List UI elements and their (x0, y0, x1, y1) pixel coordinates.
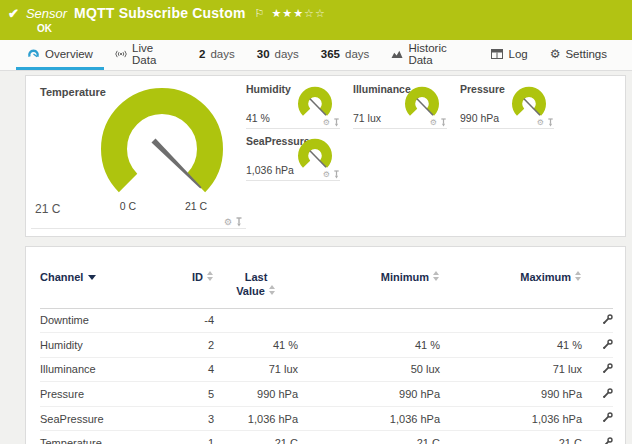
last-value: 990 hPa (214, 382, 298, 407)
stars-empty[interactable]: ☆☆ (304, 7, 326, 19)
pin-icon[interactable] (333, 170, 340, 179)
tab-bar: Overview Live Data 2 days 30 days 365 da… (0, 40, 632, 71)
channel-settings-button[interactable] (602, 314, 613, 327)
temperature-dial (92, 85, 232, 197)
column-header-last-value[interactable]: LastValue (214, 271, 298, 308)
tab-2-days[interactable]: 2 days (188, 40, 246, 70)
minimum-value: 21 C (298, 431, 440, 444)
table-row[interactable]: Illuminance 4 71 lux 50 lux 71 lux (40, 357, 613, 382)
table-row[interactable]: Downtime -4 (40, 308, 613, 333)
broadcast-icon (115, 49, 127, 59)
sort-icon[interactable] (575, 271, 582, 281)
column-label: Minimum (381, 271, 429, 283)
priority-stars[interactable]: ★★★☆☆ (271, 7, 325, 20)
last-value: 71 lux (214, 357, 298, 382)
wrench-icon (602, 437, 613, 444)
gauge-settings-icon[interactable]: ⚙ (323, 119, 330, 127)
gauge-value: 990 hPa (460, 112, 499, 124)
sort-icon[interactable] (269, 285, 276, 295)
gauge-settings-icon[interactable]: ⚙ (224, 218, 232, 227)
tab-unit: days (210, 48, 234, 60)
tab-label: Log (508, 48, 527, 60)
sensor-title: MQTT Subscribe Custom (74, 5, 245, 21)
gauge-settings-icon[interactable]: ⚙ (537, 119, 544, 127)
sort-icon[interactable] (433, 271, 440, 281)
channel-settings-button[interactable] (602, 363, 613, 376)
last-value: 41 % (214, 333, 298, 358)
column-label: Maximum (520, 271, 571, 283)
channel-id: 2 (168, 333, 214, 358)
sensor-kind-label: Sensor (26, 6, 67, 21)
sensor-header: ✔ Sensor MQTT Subscribe Custom ⚐ ★★★☆☆ O… (0, 0, 632, 40)
channels-table: Channel ID LastValue Minimum Maximum Dow… (40, 271, 613, 444)
pin-icon[interactable] (235, 217, 243, 227)
chevron-down-icon (88, 275, 96, 280)
channel-id: 3 (168, 406, 214, 431)
channel-id: 4 (168, 357, 214, 382)
tab-overview[interactable]: Overview (16, 40, 104, 70)
seapressure-dial (292, 138, 338, 172)
gauge-pressure: Pressure 990 hPa ⚙ (460, 83, 554, 129)
column-header-minimum[interactable]: Minimum (298, 271, 440, 308)
flag-icon[interactable]: ⚐ (255, 7, 265, 20)
pin-icon[interactable] (333, 118, 340, 127)
channel-settings-button[interactable] (602, 412, 613, 425)
sort-icon[interactable] (207, 271, 214, 281)
channel-name: Downtime (40, 308, 168, 333)
wrench-icon (602, 412, 613, 423)
maximum-value: 990 hPa (440, 382, 582, 407)
gauge-seapressure: SeaPressure 1,036 hPa ⚙ (246, 135, 340, 181)
channel-settings-button[interactable] (602, 339, 613, 352)
channel-id: 5 (168, 382, 214, 407)
tab-unit: days (345, 48, 369, 60)
small-gauges-grid: Humidity 41 % ⚙ Illuminance (246, 83, 554, 181)
table-header-row: Channel ID LastValue Minimum Maximum (40, 271, 613, 308)
gauge-settings-icon[interactable]: ⚙ (323, 171, 330, 179)
tab-live-data[interactable]: Live Data (104, 40, 188, 70)
tab-num: 2 (199, 48, 205, 60)
gauge-settings-icon[interactable]: ⚙ (430, 119, 437, 127)
stars-filled[interactable]: ★★★ (271, 7, 304, 19)
table-row[interactable]: Temperature 1 21 C 21 C 21 C (40, 431, 613, 444)
channel-settings-button[interactable] (602, 388, 613, 401)
channel-id: 1 (168, 431, 214, 444)
tab-num: 30 (257, 48, 270, 60)
minimum-value: 1,036 hPa (298, 406, 440, 431)
sensor-overview-page: ✔ Sensor MQTT Subscribe Custom ⚐ ★★★☆☆ O… (0, 0, 632, 444)
last-value: 1,036 hPa (214, 406, 298, 431)
table-row[interactable]: Pressure 5 990 hPa 990 hPa 990 hPa (40, 382, 613, 407)
channel-settings-button[interactable] (602, 437, 613, 444)
pin-icon[interactable] (547, 118, 554, 127)
gauge-value: 1,036 hPa (246, 164, 294, 176)
column-header-actions (582, 271, 613, 308)
gauge-max-label: 21 C (174, 200, 218, 212)
column-header-maximum[interactable]: Maximum (440, 271, 582, 308)
tab-30-days[interactable]: 30 days (246, 40, 310, 70)
wrench-icon (602, 314, 613, 325)
pressure-dial (506, 86, 552, 120)
gauge-icon (27, 48, 40, 59)
gauges-panel: Temperature 0 C 21 C 21 C ⚙ Humidity (25, 75, 626, 237)
maximum-value: 71 lux (440, 357, 582, 382)
tab-unit: days (275, 48, 299, 60)
gauge-value: 71 lux (353, 112, 381, 124)
minimum-value: 41 % (298, 333, 440, 358)
tab-label: Settings (565, 48, 607, 60)
column-label: Last (245, 271, 268, 283)
channel-name: Illuminance (40, 357, 168, 382)
tab-historic-data[interactable]: Historic Data (380, 40, 480, 70)
tab-log[interactable]: Log (480, 40, 538, 70)
column-label: ID (192, 271, 203, 283)
channel-name: Pressure (40, 382, 168, 407)
column-label: Channel (40, 271, 83, 283)
table-row[interactable]: SeaPressure 3 1,036 hPa 1,036 hPa 1,036 … (40, 406, 613, 431)
table-row[interactable]: Humidity 2 41 % 41 % 41 % (40, 333, 613, 358)
tab-365-days[interactable]: 365 days (310, 40, 380, 70)
column-header-id[interactable]: ID (168, 271, 214, 308)
last-value (214, 308, 298, 333)
wrench-icon (602, 388, 613, 399)
gauge-value: 41 % (246, 112, 270, 124)
pin-icon[interactable] (440, 118, 447, 127)
tab-settings[interactable]: ⚙ Settings (539, 40, 618, 70)
column-header-channel[interactable]: Channel (40, 271, 168, 308)
